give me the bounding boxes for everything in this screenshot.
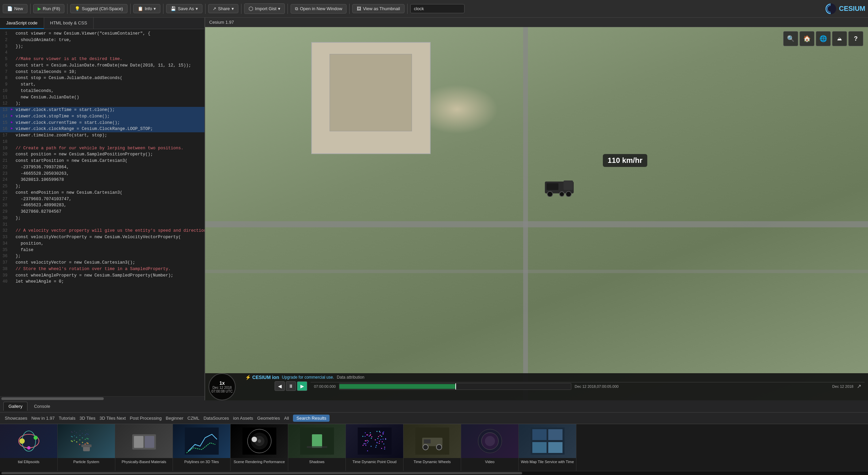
sep2 — [67, 4, 67, 14]
code-line: 12); — [0, 100, 204, 107]
gallery-item[interactable]: Shadows — [288, 424, 346, 471]
play-button[interactable]: ▶ — [297, 381, 307, 391]
pause-button[interactable]: ⏸ — [286, 381, 296, 391]
tab-javascript[interactable]: JavaScript code — [0, 18, 44, 29]
share-button[interactable]: ↗ Share ▾ — [208, 4, 238, 13]
tab-html-css[interactable]: HTML body & CSS — [44, 18, 94, 29]
code-editor[interactable]: 1const viewer = new Cesium.Viewer("cesiu… — [0, 29, 204, 396]
svg-point-27 — [82, 437, 83, 438]
info-button[interactable]: 📋 Info ▾ — [133, 4, 161, 13]
code-hscroll[interactable] — [0, 396, 204, 400]
category-item[interactable]: Post Processing — [130, 416, 162, 421]
svg-point-24 — [84, 439, 85, 440]
svg-point-106 — [378, 436, 379, 437]
svg-rect-13 — [81, 444, 92, 447]
home-btn[interactable]: 🏠 — [800, 31, 814, 46]
svg-point-77 — [382, 438, 383, 439]
gallery-item[interactable]: Time Dynamic Wheels — [403, 424, 461, 471]
svg-point-81 — [364, 432, 366, 433]
category-item[interactable]: Search Results — [293, 415, 330, 422]
category-item[interactable]: DataSources — [203, 416, 229, 421]
github-icon: ⬡ — [249, 5, 253, 12]
gallery-item[interactable]: Web Map Tile Service with Time — [519, 424, 576, 471]
gallery-item[interactable]: Physically-Based Materials — [115, 424, 173, 471]
timeline-ruler[interactable]: 07:00:00.000 Dec 12 2018,07:00:05.000 De… — [311, 382, 865, 391]
thumbnail-button[interactable]: 🖼 View as Thumbnail — [352, 4, 404, 13]
main-area: JavaScript code HTML body & CSS 1const v… — [0, 18, 868, 400]
line-number: 36 — [1, 253, 11, 259]
cesium-view[interactable]: 🔍 🏠 🌐 ⛰ ? 110 km/hr — [205, 27, 868, 400]
tab-gallery[interactable]: Gallery — [3, 402, 27, 411]
svg-rect-111 — [424, 439, 431, 443]
zoom-btn[interactable]: ↗ — [857, 383, 861, 390]
upgrade-link[interactable]: Upgrade for commercial use. — [282, 375, 334, 380]
terrain-btn[interactable]: ⛰ — [832, 31, 847, 46]
line-content: totalSeconds, — [16, 88, 54, 94]
line-content: position, — [16, 241, 44, 247]
search-btn[interactable]: 🔍 — [783, 31, 798, 46]
open-window-button[interactable]: ⧉ Open in New Window — [291, 4, 347, 14]
svg-point-80 — [364, 436, 366, 437]
category-item[interactable]: Showcases — [5, 416, 27, 421]
hscroll[interactable] — [0, 471, 868, 475]
category-item[interactable]: New in 1.97 — [31, 416, 55, 421]
code-tabs: JavaScript code HTML body & CSS — [0, 18, 204, 29]
line-content — [16, 222, 18, 228]
line-number: 29 — [1, 209, 11, 215]
gallery-item[interactable]: Polylines on 3D Tiles — [173, 424, 231, 471]
category-item[interactable]: 3D Tiles — [80, 416, 96, 421]
svg-point-25 — [87, 438, 88, 439]
line-number: 31 — [1, 222, 11, 228]
svg-point-108 — [367, 440, 368, 441]
line-content: const endPosition = new Cesium.Cartesian… — [16, 190, 122, 196]
globe-btn[interactable]: 🌐 — [816, 31, 831, 46]
category-item[interactable]: CZML — [188, 416, 199, 421]
timeline-bar: 1x Dec 12 2018 07:00:08 UTC ⚡ CESIUM ion… — [205, 373, 868, 400]
svg-point-37 — [76, 432, 77, 433]
code-line: 34 position, — [0, 241, 204, 247]
category-item[interactable]: Beginner — [166, 416, 183, 421]
category-item[interactable]: All — [284, 416, 289, 421]
info-dropdown-icon: ▾ — [154, 6, 156, 11]
category-item[interactable]: 3D Tiles Next — [99, 416, 125, 421]
prev-button[interactable]: ◀ — [275, 381, 285, 391]
code-line: 7const totalSeconds = 10; — [0, 69, 204, 75]
gallery-item[interactable]: tial Ellipsoids — [0, 424, 58, 471]
gallery-item[interactable]: Time Dynamic Point Cloud — [346, 424, 403, 471]
line-number: 3 — [1, 43, 11, 50]
line-content: ); — [16, 100, 21, 107]
help-btn[interactable]: ? — [848, 31, 863, 46]
building — [311, 42, 431, 154]
tab-console[interactable]: Console — [29, 402, 55, 411]
gallery-item[interactable]: Video — [461, 424, 519, 471]
category-item[interactable]: Geometries — [257, 416, 280, 421]
line-number: 15 — [1, 120, 11, 126]
gallery-item[interactable]: Particle System — [58, 424, 115, 471]
script-name-input[interactable] — [410, 4, 465, 13]
svg-point-0 — [825, 3, 836, 14]
road-horizontal — [205, 221, 868, 227]
line-number: 27 — [1, 196, 11, 202]
code-line: 38// Store the wheel's rotation over tim… — [0, 266, 204, 272]
import-gist-button[interactable]: ⬡ Import Gist ▾ — [244, 3, 285, 14]
gallery-item-label: Time Dynamic Wheels — [403, 458, 461, 466]
code-line: 4 — [0, 50, 204, 56]
speed-label: 110 km/hr — [603, 154, 647, 167]
save-as-button[interactable]: 💾 Save As ▾ — [166, 4, 202, 13]
share-icon: ↗ — [213, 6, 216, 11]
category-item[interactable]: Tutorials — [59, 416, 75, 421]
suggest-button[interactable]: 💡 Suggest (Ctrl-Space) — [70, 4, 127, 13]
category-item[interactable]: ion Assets — [233, 416, 253, 421]
svg-point-26 — [86, 438, 87, 439]
gallery-strip: tial EllipsoidsParticle SystemPhysically… — [0, 424, 868, 471]
svg-point-90 — [379, 432, 380, 433]
line-content: shouldAnimate: true, — [16, 37, 72, 43]
line-number: 10 — [1, 88, 11, 94]
run-button[interactable]: ▶ Run (F8) — [33, 4, 64, 13]
road-vertical — [523, 27, 528, 400]
new-button[interactable]: 📄 New — [3, 4, 27, 13]
svg-point-18 — [82, 442, 83, 443]
svg-point-98 — [381, 441, 382, 442]
line-content: viewer.clock.startTime = start.clone(); — [16, 107, 115, 113]
gallery-item[interactable]: Scene Rendering Performance — [231, 424, 288, 471]
